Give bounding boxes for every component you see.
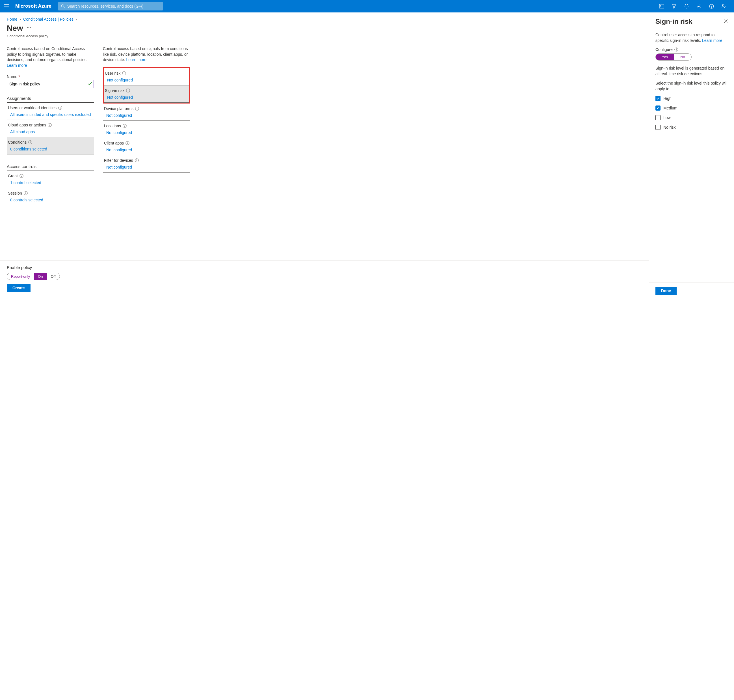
toggle-report-only[interactable]: Report-only xyxy=(7,273,34,280)
info-icon[interactable] xyxy=(674,47,678,51)
panel-title: Sign-in risk xyxy=(655,18,693,25)
hamburger-icon[interactable] xyxy=(2,2,11,11)
locations-label: Locations xyxy=(104,124,121,128)
global-search[interactable] xyxy=(58,2,163,10)
breadcrumb-home[interactable]: Home xyxy=(7,17,17,22)
learn-more-link[interactable]: Learn more xyxy=(702,38,722,43)
info-icon[interactable] xyxy=(24,191,28,195)
learn-more-link[interactable]: Learn more xyxy=(126,57,147,62)
svg-point-22 xyxy=(124,72,124,73)
svg-rect-14 xyxy=(30,142,31,143)
footer-bar: Enable policy Report-only On Off Create xyxy=(0,260,649,299)
info-icon[interactable] xyxy=(126,88,130,93)
help-icon[interactable] xyxy=(707,2,716,11)
done-button[interactable]: Done xyxy=(655,287,677,295)
info-icon[interactable] xyxy=(19,174,23,178)
users-value[interactable]: All users included and specific users ex… xyxy=(7,112,94,118)
signin-risk-label: Sign-in risk xyxy=(105,88,124,93)
signin-risk-row[interactable]: Sign-in risk Not configured xyxy=(104,85,189,103)
configure-toggle[interactable]: Yes No xyxy=(655,53,691,60)
svg-point-13 xyxy=(30,141,31,142)
risk-level-norisk[interactable]: No risk xyxy=(655,125,728,130)
user-risk-row[interactable]: User risk Not configured xyxy=(104,68,189,85)
info-icon[interactable] xyxy=(122,71,126,75)
info-icon[interactable] xyxy=(135,158,139,162)
grant-value[interactable]: 1 control selected xyxy=(7,181,94,186)
toggle-yes[interactable]: Yes xyxy=(656,54,674,60)
policy-name-input[interactable] xyxy=(7,80,94,88)
svg-point-7 xyxy=(60,107,60,107)
session-value[interactable]: 0 controls selected xyxy=(7,198,94,203)
feedback-icon[interactable] xyxy=(719,2,728,11)
toggle-no[interactable]: No xyxy=(674,54,691,60)
checkbox-icon[interactable] xyxy=(655,115,661,120)
checkbox-icon[interactable] xyxy=(655,125,661,130)
topbar-icons xyxy=(657,2,728,11)
info-icon[interactable] xyxy=(135,107,139,110)
info-icon[interactable] xyxy=(123,124,126,128)
locations-row[interactable]: Locations Not configured xyxy=(103,121,190,138)
risk-level-medium[interactable]: Medium xyxy=(655,106,728,110)
session-row[interactable]: Session 0 controls selected xyxy=(7,188,94,205)
directory-filter-icon[interactable] xyxy=(669,2,678,11)
toggle-on[interactable]: On xyxy=(34,273,47,280)
top-bar: Microsoft Azure xyxy=(0,0,734,12)
svg-rect-17 xyxy=(21,176,22,177)
more-actions-icon[interactable]: ⋯ xyxy=(26,25,31,30)
page-subtitle: Conditional Access policy xyxy=(7,34,642,38)
toggle-off[interactable]: Off xyxy=(47,273,60,280)
conditions-value[interactable]: 0 conditions selected xyxy=(7,147,94,153)
device-platforms-value[interactable]: Not configured xyxy=(103,113,190,119)
cloud-apps-value[interactable]: All cloud apps xyxy=(7,129,94,135)
info-icon[interactable] xyxy=(28,140,32,144)
info-icon[interactable] xyxy=(125,141,129,145)
filter-devices-label: Filter for devices xyxy=(104,158,133,163)
panel-generation-note: Sign-in risk level is generated based on… xyxy=(655,66,728,76)
client-apps-row[interactable]: Client apps Not configured xyxy=(103,138,190,155)
svg-point-0 xyxy=(61,4,64,7)
breadcrumb-conditional-access[interactable]: Conditional Access | Policies xyxy=(23,17,73,22)
breadcrumb: Home › Conditional Access | Policies › xyxy=(7,17,642,22)
assignments-header: Assignments xyxy=(7,96,94,103)
signin-risk-panel: Sign-in risk Control user access to resp… xyxy=(649,12,734,299)
svg-rect-11 xyxy=(50,125,50,126)
close-icon[interactable] xyxy=(724,19,728,24)
info-icon[interactable] xyxy=(48,123,52,127)
grant-row[interactable]: Grant 1 control selected xyxy=(7,171,94,188)
client-apps-label: Client apps xyxy=(104,141,124,146)
search-input[interactable] xyxy=(67,4,160,9)
checkbox-icon[interactable] xyxy=(655,106,661,110)
conditions-row[interactable]: Conditions 0 conditions selected xyxy=(7,137,94,154)
locations-value[interactable]: Not configured xyxy=(103,130,190,136)
signin-risk-value[interactable]: Not configured xyxy=(104,95,189,101)
risk-level-low[interactable]: Low xyxy=(655,115,728,120)
search-icon xyxy=(61,4,65,8)
svg-rect-35 xyxy=(127,143,128,144)
risk-level-high[interactable]: High xyxy=(655,96,728,101)
filter-devices-row[interactable]: Filter for devices Not configured xyxy=(103,155,190,172)
cloud-apps-row[interactable]: Cloud apps or actions All cloud apps xyxy=(7,120,94,137)
svg-point-3 xyxy=(699,6,700,7)
client-apps-value[interactable]: Not configured xyxy=(103,148,190,153)
cloud-shell-icon[interactable] xyxy=(657,2,666,11)
info-icon[interactable] xyxy=(58,106,62,110)
cloud-apps-label: Cloud apps or actions xyxy=(8,123,46,127)
svg-point-19 xyxy=(25,192,26,193)
users-row[interactable]: Users or workload identities All users i… xyxy=(7,103,94,120)
access-controls-header: Access controls xyxy=(7,164,94,171)
panel-intro: Control user access to respond to specif… xyxy=(655,32,728,43)
enable-policy-label: Enable policy xyxy=(7,265,642,270)
checkbox-icon[interactable] xyxy=(655,96,661,101)
device-platforms-label: Device platforms xyxy=(104,106,134,111)
user-risk-value[interactable]: Not configured xyxy=(104,78,189,84)
brand-label[interactable]: Microsoft Azure xyxy=(15,3,51,9)
svg-point-25 xyxy=(128,90,128,90)
notifications-icon[interactable] xyxy=(682,2,691,11)
device-platforms-row[interactable]: Device platforms Not configured xyxy=(103,103,190,121)
risk-level-label: Medium xyxy=(664,106,677,110)
learn-more-link[interactable]: Learn more xyxy=(7,63,27,68)
create-button[interactable]: Create xyxy=(7,284,31,292)
enable-policy-toggle[interactable]: Report-only On Off xyxy=(7,273,60,280)
filter-devices-value[interactable]: Not configured xyxy=(103,165,190,171)
settings-icon[interactable] xyxy=(694,2,703,11)
